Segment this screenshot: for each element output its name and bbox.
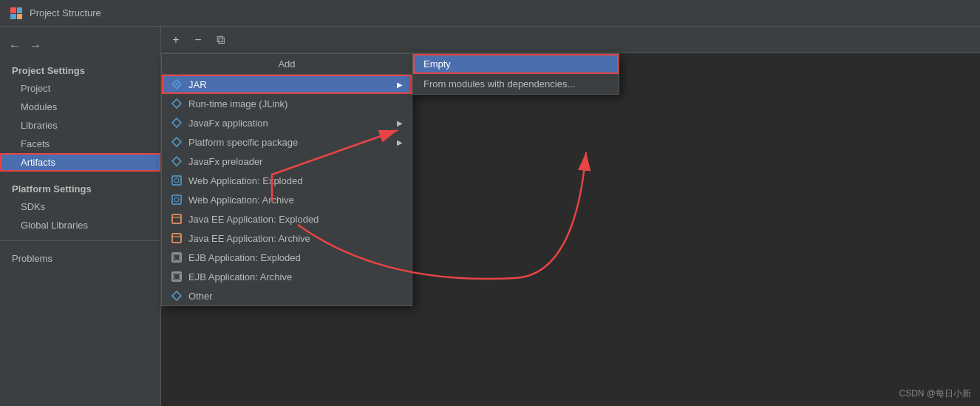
svg-rect-22 — [174, 274, 180, 280]
ejb-exploded-icon — [171, 251, 183, 263]
toolbar: + − ⧉ — [161, 27, 980, 53]
svg-point-14 — [174, 197, 179, 202]
content-area: + − ⧉ Add JAR ▶ — [161, 27, 980, 406]
svg-marker-7 — [172, 99, 181, 108]
sidebar-item-project[interactable]: Project — [0, 79, 160, 98]
menu-item-javafx-preloader[interactable]: JavaFx preloader — [162, 152, 412, 171]
submenu-item-from-modules[interactable]: From modules with dependencies... — [413, 74, 619, 94]
menu-item-jar-label: JAR — [188, 79, 207, 90]
menu-item-javaee-archive[interactable]: Java EE Application: Archive — [162, 229, 412, 248]
menu-item-javafx[interactable]: JavaFx application ▶ — [162, 113, 412, 132]
menu-item-platform-pkg[interactable]: Platform specific package ▶ — [162, 132, 412, 152]
svg-marker-8 — [172, 118, 181, 127]
sidebar-item-facets[interactable]: Facets — [0, 135, 160, 153]
forward-arrow[interactable]: → — [27, 38, 44, 54]
svg-rect-0 — [10, 7, 16, 13]
svg-rect-17 — [172, 234, 181, 243]
javafx-icon — [171, 117, 183, 129]
svg-point-12 — [174, 178, 179, 183]
svg-rect-2 — [10, 14, 16, 19]
sidebar: ← → Project Settings Project Modules Lib… — [0, 27, 161, 406]
menu-item-other-label: Other — [188, 291, 213, 302]
menu-item-ejb-exploded[interactable]: EJB Application: Exploded — [162, 248, 412, 267]
javaee-exploded-icon — [171, 213, 183, 225]
sidebar-item-global-libraries[interactable]: Global Libraries — [0, 216, 160, 234]
sidebar-divider — [0, 240, 160, 241]
sidebar-item-libraries[interactable]: Libraries — [0, 116, 160, 135]
copy-button[interactable]: ⧉ — [211, 31, 229, 49]
sidebar-item-sdks[interactable]: SDKs — [0, 197, 160, 216]
svg-rect-20 — [174, 254, 180, 260]
nav-arrows: ← → — [0, 33, 160, 59]
app-logo — [9, 6, 24, 21]
menu-item-other[interactable]: Other — [162, 286, 412, 305]
svg-rect-1 — [17, 7, 22, 13]
menu-item-javafx-label: JavaFx application — [188, 118, 268, 129]
svg-rect-3 — [17, 14, 22, 19]
menu-item-javafx-preloader-label: JavaFx preloader — [188, 156, 262, 167]
sidebar-item-problems[interactable]: Problems — [0, 247, 160, 270]
svg-rect-11 — [172, 176, 181, 185]
menu-item-platform-pkg-arrow: ▶ — [397, 138, 403, 146]
menu-item-web-exploded-label: Web Application: Exploded — [188, 175, 302, 186]
svg-rect-13 — [172, 195, 181, 204]
svg-marker-9 — [172, 138, 181, 146]
menu-item-javaee-archive-label: Java EE Application: Archive — [188, 233, 310, 244]
sidebar-item-artifacts[interactable]: Artifacts — [0, 153, 160, 172]
menu-item-jlink[interactable]: Run-time image (JLink) — [162, 94, 412, 113]
web-exploded-icon — [171, 175, 183, 186]
menu-item-ejb-archive-label: EJB Application: Archive — [188, 271, 292, 282]
add-context-menu: Add JAR ▶ Run- — [161, 53, 412, 306]
project-settings-title: Project Settings — [0, 59, 160, 79]
web-archive-icon — [171, 194, 183, 206]
other-icon — [171, 290, 183, 302]
svg-marker-23 — [172, 291, 181, 300]
jar-icon — [171, 78, 183, 90]
javaee-archive-icon — [171, 232, 183, 244]
platform-pkg-icon — [171, 136, 183, 148]
menu-item-javaee-exploded[interactable]: Java EE Application: Exploded — [162, 209, 412, 229]
jar-submenu: Empty From modules with dependencies... — [412, 53, 619, 95]
add-menu-header: Add — [162, 54, 412, 75]
menu-item-platform-pkg-label: Platform specific package — [188, 137, 298, 148]
submenu-item-from-modules-label: From modules with dependencies... — [423, 78, 575, 89]
menu-item-web-archive-label: Web Application: Archive — [188, 194, 294, 206]
svg-marker-10 — [172, 157, 181, 166]
menu-item-ejb-exploded-label: EJB Application: Exploded — [188, 252, 301, 263]
menu-item-javafx-arrow: ▶ — [397, 119, 403, 127]
main-layout: ← → Project Settings Project Modules Lib… — [0, 27, 980, 406]
platform-settings-title: Platform Settings — [0, 177, 160, 197]
add-button[interactable]: + — [167, 31, 185, 49]
submenu-item-empty[interactable]: Empty — [413, 54, 619, 74]
watermark: CSDN @每日小新 — [899, 388, 971, 400]
menu-item-web-exploded[interactable]: Web Application: Exploded — [162, 171, 412, 190]
menu-item-jar-arrow: ▶ — [397, 81, 403, 89]
sidebar-item-modules[interactable]: Modules — [0, 98, 160, 116]
javafx-preloader-icon — [171, 155, 183, 167]
submenu-item-empty-label: Empty — [423, 58, 451, 70]
back-arrow[interactable]: ← — [6, 38, 24, 54]
menu-item-ejb-archive[interactable]: EJB Application: Archive — [162, 267, 412, 286]
menu-item-jar[interactable]: JAR ▶ — [162, 75, 412, 94]
ejb-archive-icon — [171, 271, 183, 282]
menu-item-web-archive[interactable]: Web Application: Archive — [162, 190, 412, 209]
jlink-icon — [171, 98, 183, 109]
svg-rect-15 — [172, 214, 181, 223]
title-bar: Project Structure — [0, 0, 980, 27]
window-title: Project Structure — [30, 7, 101, 18]
remove-button[interactable]: − — [189, 31, 207, 49]
menu-item-javaee-exploded-label: Java EE Application: Exploded — [188, 214, 319, 225]
menu-item-jlink-label: Run-time image (JLink) — [188, 98, 287, 109]
